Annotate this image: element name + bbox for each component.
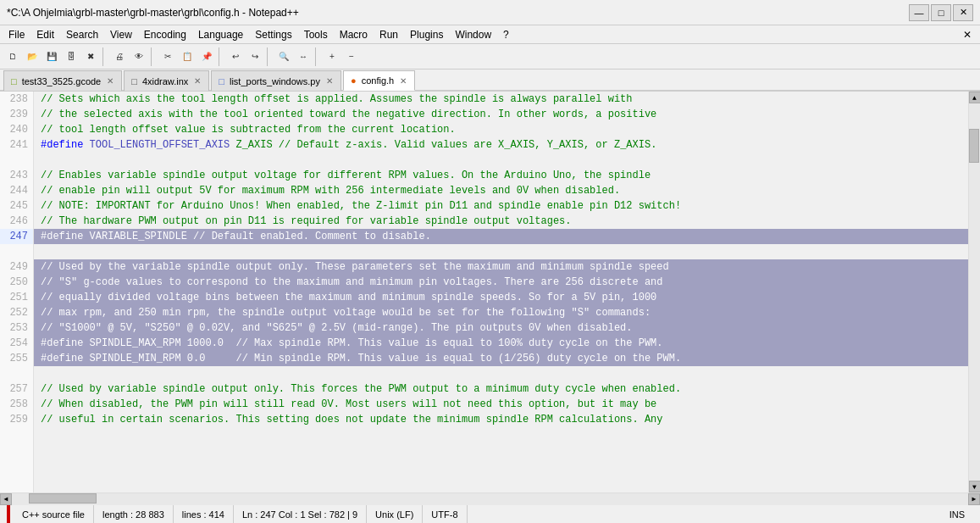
line-number-251: 251 [0, 290, 33, 305]
tab-close-button[interactable]: ✕ [399, 76, 407, 86]
menu-close-button[interactable]: ✕ [958, 27, 977, 42]
replace-button[interactable]: ↔ [294, 47, 313, 66]
code-line-243: // Enables variable spindle output volta… [34, 168, 968, 183]
undo-button[interactable]: ↩ [226, 47, 245, 66]
menu-item-encoding[interactable]: Encoding [139, 25, 191, 43]
line-number-250: 250 [0, 275, 33, 290]
line-number-249: 249 [0, 259, 33, 275]
encoding-label: UTF-8 [431, 509, 457, 520]
line-number-253: 253 [0, 320, 33, 336]
line-number-243: 243 [0, 168, 33, 183]
code-line-254: #define SPINDLE_MAX_RPM 1000.0 // Max sp… [34, 336, 968, 351]
toolbar-sep-2 [151, 47, 156, 66]
tab-close-button[interactable]: ✕ [106, 76, 114, 86]
encoding-status: UTF-8 [423, 505, 467, 523]
menu-item-?[interactable]: ? [498, 25, 514, 43]
tab-tab1[interactable]: □test33_3525.gcode✕ [3, 70, 122, 91]
line-numbers: 238239240241 243244245246247 24925025125… [0, 92, 34, 492]
menu-item-search[interactable]: Search [61, 25, 103, 43]
position-status: Ln : 247 Col : 1 Sel : 782 | 9 [234, 505, 367, 523]
toolbar-sep-1 [102, 47, 108, 66]
line-number-255: 255 [0, 351, 33, 366]
file-type-label: C++ source file [22, 509, 85, 520]
save-button[interactable]: 💾 [42, 47, 61, 66]
tab-tab2[interactable]: □4xidraw.inx✕ [124, 70, 209, 91]
code-line-253: // "S1000" @ 5V, "S250" @ 0.02V, and "S6… [34, 320, 968, 336]
redo-button[interactable]: ↪ [246, 47, 264, 66]
menu-item-settings[interactable]: Settings [250, 25, 296, 43]
menu-item-macro[interactable]: Macro [335, 25, 373, 43]
code-line-258: // When disabled, the PWM pin will still… [34, 397, 968, 412]
tab-bar: □test33_3525.gcode✕□4xidraw.inx✕□list_po… [0, 70, 980, 92]
line-number-244: 244 [0, 183, 33, 198]
code-line-241: #define TOOL_LENGTH_OFFSET_AXIS Z_AXIS /… [34, 137, 968, 153]
scroll-right-button[interactable]: ▶ [968, 493, 980, 505]
toolbar-sep-3 [219, 47, 224, 66]
scroll-track[interactable] [969, 103, 981, 481]
code-line-239: // the selected axis with the tool orien… [34, 107, 968, 122]
menu-item-plugins[interactable]: Plugins [405, 25, 448, 43]
code-line-251: // equally divided voltage bins between … [34, 290, 968, 305]
menu-item-edit[interactable]: Edit [31, 25, 59, 43]
save-all-button[interactable]: 🗄 [62, 47, 80, 66]
open-button[interactable]: 📂 [23, 47, 42, 66]
scroll-up-button[interactable]: ▲ [969, 92, 981, 103]
copy-button[interactable]: 📋 [178, 47, 197, 66]
line-number-240: 240 [0, 122, 33, 137]
ins-mode-status: INS [941, 505, 973, 523]
tab-label: 4xidraw.inx [142, 76, 188, 86]
scroll-down-button[interactable]: ▼ [969, 481, 981, 492]
menu-item-window[interactable]: Window [450, 25, 496, 43]
tab-close-button[interactable]: ✕ [193, 76, 202, 86]
position-label: Ln : 247 Col : 1 Sel : 782 | 9 [242, 509, 357, 520]
code-area[interactable]: // Sets which axis the tool length offse… [34, 92, 968, 492]
tab-label: config.h [362, 75, 395, 86]
line-number-248 [0, 244, 33, 259]
scroll-thumb[interactable] [969, 129, 979, 163]
code-line-259: // useful in certain scenarios. This set… [34, 412, 968, 427]
line-number-241: 241 [0, 137, 33, 153]
close-all-button[interactable]: ✖ [81, 47, 100, 66]
length-label: length : 28 883 [102, 509, 164, 520]
horizontal-scrollbar[interactable]: ◀ ▶ [0, 492, 980, 504]
menu-item-view[interactable]: View [105, 25, 137, 43]
close-button[interactable]: ✕ [953, 4, 973, 21]
line-ending-status: Unix (LF) [367, 505, 423, 523]
tab-tab4[interactable]: ●config.h✕ [343, 70, 415, 91]
cut-button[interactable]: ✂ [158, 47, 177, 66]
hscroll-track[interactable] [12, 493, 968, 505]
ins-mode-label: INS [950, 509, 965, 520]
find-button[interactable]: 🔍 [274, 47, 293, 66]
line-number-257: 257 [0, 381, 33, 397]
menu-item-tools[interactable]: Tools [299, 25, 333, 43]
tab-tab3[interactable]: □list_ports_windows.py✕ [211, 70, 341, 91]
line-number-256 [0, 366, 33, 381]
print-button[interactable]: 🖨 [110, 47, 129, 66]
menu-item-run[interactable]: Run [374, 25, 403, 43]
code-line-240: // tool length offset value is subtracte… [34, 122, 968, 137]
menu-bar: FileEditSearchViewEncodingLanguageSettin… [0, 25, 980, 44]
hscroll-thumb[interactable] [29, 493, 97, 504]
tab-icon: ● [351, 75, 357, 86]
menu-item-file[interactable]: File [3, 25, 30, 43]
maximize-button[interactable]: □ [931, 4, 951, 21]
zoom-out-button[interactable]: − [342, 47, 361, 66]
tab-close-button[interactable]: ✕ [325, 76, 334, 86]
line-number-247: 247 [0, 229, 33, 244]
tab-icon: □ [11, 76, 17, 86]
line-number-252: 252 [0, 305, 33, 320]
minimize-button[interactable]: — [909, 4, 929, 21]
file-type-status: C++ source file [14, 505, 94, 523]
new-button[interactable]: 🗋 [3, 47, 22, 66]
lines-status: lines : 414 [174, 505, 234, 523]
code-line-248 [34, 244, 968, 259]
scroll-left-button[interactable]: ◀ [0, 493, 12, 505]
code-line-244: // enable pin will output 5V for maximum… [34, 183, 968, 198]
menu-item-language[interactable]: Language [193, 25, 248, 43]
vertical-scrollbar[interactable]: ▲ ▼ [968, 92, 980, 492]
code-line-249: // Used by the variable spindle output o… [34, 259, 968, 275]
line-number-254: 254 [0, 336, 33, 351]
paste-button[interactable]: 📌 [197, 47, 216, 66]
print-preview-button[interactable]: 👁 [130, 47, 148, 66]
zoom-in-button[interactable]: + [323, 47, 341, 66]
